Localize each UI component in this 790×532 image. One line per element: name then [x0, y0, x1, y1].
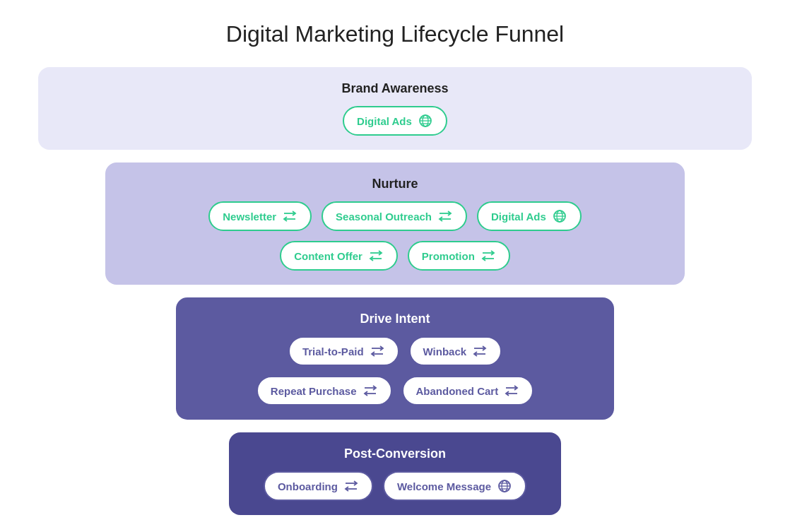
btn-onboarding[interactable]: Onboarding [264, 471, 373, 501]
tier-title-drive-intent: Drive Intent [360, 312, 430, 326]
btn-repeat-purchase[interactable]: Repeat Purchase [257, 376, 392, 406]
btn-label: Abandoned Cart [416, 385, 499, 397]
globe-icon [497, 478, 512, 494]
arrows-icon [368, 248, 384, 264]
btn-digital-ads[interactable]: Digital Ads [477, 201, 582, 231]
btn-label: Trial-to-Paid [302, 345, 364, 357]
btn-promotion[interactable]: Promotion [408, 241, 510, 271]
btn-seasonal-outreach[interactable]: Seasonal Outreach [322, 201, 467, 231]
arrows-icon [472, 343, 488, 359]
button-row-drive-intent-0: Trial-to-Paid Winback [288, 336, 502, 366]
globe-icon [552, 208, 567, 224]
tier-post-conversion: Post-ConversionOnboarding Welcome Messag… [229, 432, 561, 515]
tier-nurture: NurtureNewsletter Seasonal Outreach Digi… [105, 162, 685, 285]
button-row-drive-intent-1: Repeat Purchase Abandoned Cart [257, 376, 533, 406]
page-title: Digital Marketing Lifecycle Funnel [226, 21, 564, 47]
globe-icon [418, 113, 433, 129]
tier-title-post-conversion: Post-Conversion [344, 447, 446, 461]
button-row-post-conversion-0: Onboarding Welcome Message [264, 471, 526, 501]
btn-welcome-message[interactable]: Welcome Message [383, 471, 526, 501]
tier-drive-intent: Drive IntentTrial-to-Paid Winback Repeat… [176, 297, 614, 420]
arrows-icon [282, 208, 297, 224]
arrows-icon [343, 478, 359, 494]
tier-brand-awareness: Brand AwarenessDigital Ads [38, 67, 752, 150]
arrows-icon [437, 208, 453, 224]
btn-abandoned-cart[interactable]: Abandoned Cart [402, 376, 534, 406]
btn-label: Welcome Message [397, 480, 491, 492]
button-row-brand-awareness-0: Digital Ads [343, 106, 447, 136]
btn-label: Winback [423, 345, 467, 357]
btn-digital-ads[interactable]: Digital Ads [343, 106, 447, 136]
arrows-icon [481, 248, 496, 264]
btn-trial-to-paid[interactable]: Trial-to-Paid [288, 336, 399, 366]
btn-label: Repeat Purchase [271, 385, 357, 397]
btn-label: Content Offer [294, 250, 362, 262]
btn-content-offer[interactable]: Content Offer [280, 241, 398, 271]
tier-title-nurture: Nurture [372, 177, 418, 191]
funnel-container: Brand AwarenessDigital Ads NurtureNewsle… [14, 67, 776, 515]
btn-label: Digital Ads [357, 115, 412, 127]
button-row-nurture-1: Content Offer Promotion [280, 241, 510, 271]
arrows-icon [370, 343, 385, 359]
arrows-icon [362, 383, 378, 398]
btn-label: Seasonal Outreach [336, 211, 432, 223]
btn-label: Newsletter [223, 211, 276, 223]
btn-label: Onboarding [278, 480, 338, 492]
btn-label: Promotion [422, 250, 475, 262]
arrows-icon [504, 383, 519, 398]
button-row-nurture-0: Newsletter Seasonal Outreach Digital Ads [208, 201, 582, 231]
btn-label: Digital Ads [491, 211, 546, 223]
btn-newsletter[interactable]: Newsletter [208, 201, 312, 231]
tier-title-brand-awareness: Brand Awareness [341, 81, 448, 96]
btn-winback[interactable]: Winback [409, 336, 502, 366]
